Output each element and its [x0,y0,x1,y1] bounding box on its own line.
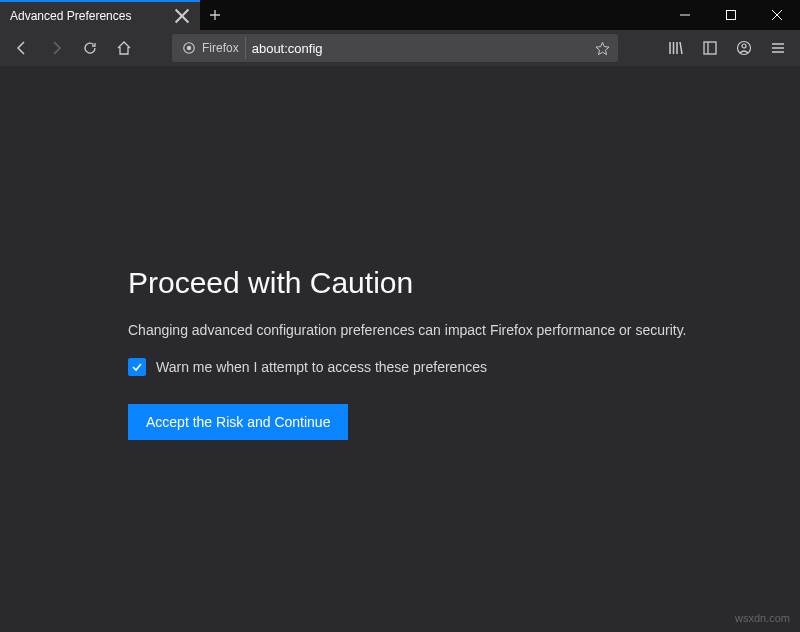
close-icon [174,8,190,24]
tab-title: Advanced Preferences [10,9,131,23]
svg-point-5 [742,44,746,48]
bookmark-star-button[interactable] [590,41,614,56]
sidebar-button[interactable] [694,33,726,63]
tab-strip: Advanced Preferences [0,0,662,30]
checkbox-label: Warn me when I attempt to access these p… [156,359,487,375]
library-icon [668,40,684,56]
svg-point-2 [187,46,191,50]
close-window-button[interactable] [754,0,800,30]
app-menu-button[interactable] [762,33,794,63]
firefox-icon [182,41,196,55]
url-bar[interactable]: Firefox about:config [172,34,618,62]
svg-rect-3 [704,42,716,54]
new-tab-button[interactable] [200,0,230,30]
minimize-icon [680,10,690,20]
sidebar-icon [702,40,718,56]
toolbar-right [660,33,794,63]
account-icon [736,40,752,56]
watermark: wsxdn.com [735,612,790,624]
warning-text: Changing advanced configuration preferen… [128,322,800,338]
forward-arrow-icon [48,40,64,56]
back-arrow-icon [14,40,30,56]
reload-button[interactable] [74,33,106,63]
reload-icon [82,40,98,56]
accept-risk-button[interactable]: Accept the Risk and Continue [128,404,348,440]
content-area: Proceed with Caution Changing advanced c… [0,66,800,632]
identity-label: Firefox [202,41,239,55]
titlebar: Advanced Preferences [0,0,800,30]
tab-active[interactable]: Advanced Preferences [0,0,200,30]
back-button[interactable] [6,33,38,63]
star-icon [595,41,610,56]
account-button[interactable] [728,33,760,63]
maximize-button[interactable] [708,0,754,30]
forward-button[interactable] [40,33,72,63]
page-title: Proceed with Caution [128,266,800,300]
svg-rect-0 [727,11,736,20]
hamburger-icon [770,40,786,56]
plus-icon [209,9,221,21]
identity-box[interactable]: Firefox [176,37,246,59]
maximize-icon [726,10,736,20]
check-icon [131,361,143,373]
library-button[interactable] [660,33,692,63]
home-icon [116,40,132,56]
close-icon [772,10,782,20]
nav-toolbar: Firefox about:config [0,30,800,66]
url-text: about:config [252,41,584,56]
home-button[interactable] [108,33,140,63]
minimize-button[interactable] [662,0,708,30]
show-warning-checkbox-row[interactable]: Warn me when I attempt to access these p… [128,358,800,376]
tab-close-button[interactable] [174,8,190,24]
window-controls [662,0,800,30]
checkbox[interactable] [128,358,146,376]
